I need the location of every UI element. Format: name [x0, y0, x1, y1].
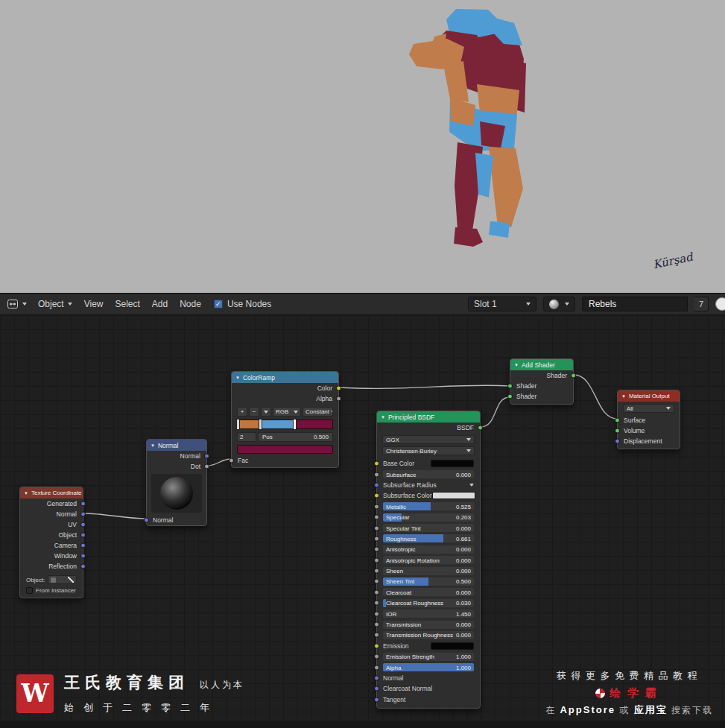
distribution-select[interactable]: GGX: [382, 435, 475, 444]
menu-item[interactable]: Select: [115, 299, 139, 309]
color-swatch[interactable]: [432, 492, 475, 499]
output-socket[interactable]: [80, 554, 86, 559]
link-addshader-output[interactable]: [574, 375, 617, 419]
menu-item[interactable]: Node: [180, 299, 201, 309]
value-slider[interactable]: Anisotropic 0.000: [383, 545, 474, 554]
target-select[interactable]: All: [623, 404, 674, 413]
output-socket[interactable]: [80, 501, 86, 507]
stop-index-field[interactable]: 2: [237, 432, 256, 442]
node-colorramp[interactable]: ▼ ColorRamp Color Alpha + −: [231, 371, 339, 468]
value-slider[interactable]: Anisotropic Rotation 0.000: [383, 556, 474, 564]
eyedropper-icon[interactable]: [68, 577, 74, 583]
add-stop-button[interactable]: +: [237, 407, 247, 417]
value-slider[interactable]: Transmission 0.000: [383, 621, 474, 629]
input-socket[interactable]: [507, 394, 513, 399]
node-header[interactable]: ▼ Add Shader: [510, 359, 573, 370]
ramp-stop-marker[interactable]: [259, 419, 262, 430]
value-slider[interactable]: Specular Tint 0.000: [383, 524, 474, 532]
value-slider[interactable]: Clearcoat Roughness 0.030: [383, 599, 474, 607]
remove-stop-button[interactable]: −: [249, 407, 259, 417]
input-socket[interactable]: [374, 633, 379, 638]
input-socket[interactable]: [374, 654, 379, 659]
colorramp-gradient[interactable]: [237, 420, 333, 429]
input-socket[interactable]: [374, 665, 379, 670]
input-socket[interactable]: [374, 643, 379, 648]
output-socket[interactable]: [204, 464, 209, 469]
input-socket[interactable]: [374, 493, 379, 498]
collapse-icon[interactable]: ▼: [381, 415, 385, 420]
menu-item[interactable]: View: [84, 299, 104, 309]
editor-type-button[interactable]: [4, 297, 29, 311]
subsurface-method-select[interactable]: Christensen-Burley: [382, 446, 475, 455]
input-socket[interactable]: [374, 482, 379, 487]
selected-stop-color-swatch[interactable]: [237, 445, 333, 454]
node-add-shader[interactable]: ▼ Add Shader Shader Shader Shader: [510, 358, 574, 405]
node-header[interactable]: ▼ Principled BSDF: [377, 411, 480, 422]
collapse-icon[interactable]: ▼: [24, 491, 28, 496]
input-socket[interactable]: [374, 622, 379, 627]
value-slider[interactable]: Emission Strength 1.000: [383, 653, 474, 661]
collapse-icon[interactable]: ▼: [151, 443, 155, 448]
normal-direction-widget[interactable]: [151, 474, 202, 513]
shader-node-editor[interactable]: ▼ Texture Coordinate Generated Normal: [0, 315, 725, 728]
input-socket[interactable]: [507, 384, 513, 389]
material-name-field[interactable]: Rebels: [582, 297, 688, 311]
color-swatch[interactable]: [431, 460, 474, 467]
viewport-3d[interactable]: Kürşad: [0, 0, 725, 293]
use-nodes-toggle[interactable]: ✓ Use Nodes: [214, 299, 271, 309]
link-normal-colorramp[interactable]: [207, 459, 231, 466]
input-socket[interactable]: [615, 439, 620, 444]
value-slider[interactable]: Roughness 0.661: [383, 534, 474, 542]
node-material-output[interactable]: ▼ Material Output All Surface Volume: [617, 390, 680, 449]
input-socket[interactable]: [144, 518, 149, 523]
input-socket[interactable]: [374, 504, 379, 509]
color-swatch[interactable]: [431, 642, 474, 650]
collapse-icon[interactable]: ▼: [514, 363, 519, 367]
input-socket[interactable]: [374, 589, 379, 595]
node-normal[interactable]: ▼ Normal Normal Dot: [146, 439, 207, 526]
output-socket[interactable]: [80, 564, 86, 569]
value-slider[interactable]: IOR 1.450: [383, 610, 474, 618]
link-principled-addshader[interactable]: [481, 397, 510, 427]
input-socket[interactable]: [374, 472, 379, 477]
input-socket[interactable]: [374, 547, 379, 552]
collapse-icon[interactable]: ▼: [621, 394, 626, 399]
value-slider[interactable]: Sheen 0.000: [383, 567, 474, 575]
input-socket[interactable]: [374, 461, 379, 466]
ramp-menu-button[interactable]: [261, 407, 271, 417]
value-slider[interactable]: Metallic 0.525: [383, 502, 474, 510]
input-socket[interactable]: [374, 569, 379, 574]
interpolation-select[interactable]: Constant: [303, 407, 333, 417]
input-socket[interactable]: [374, 676, 379, 681]
checkbox-checked-icon[interactable]: ✓: [214, 300, 223, 308]
node-texture-coordinate[interactable]: ▼ Texture Coordinate Generated Normal: [19, 487, 83, 598]
output-socket[interactable]: [336, 386, 341, 391]
value-slider[interactable]: Subsurface 0.000: [383, 470, 474, 478]
node-header[interactable]: ▼ Normal: [147, 440, 206, 451]
value-slider[interactable]: Alpha 1.000: [383, 663, 474, 671]
mode-select[interactable]: Object: [36, 297, 75, 311]
input-socket[interactable]: [374, 515, 379, 520]
input-socket[interactable]: [374, 579, 379, 584]
node-header[interactable]: ▼ Texture Coordinate: [20, 487, 83, 498]
ramp-stop-marker[interactable]: [293, 419, 297, 430]
output-socket[interactable]: [80, 543, 86, 548]
input-socket[interactable]: [615, 428, 620, 434]
input-socket[interactable]: [374, 601, 379, 606]
normal-sphere[interactable]: [160, 477, 193, 510]
slot-select[interactable]: Slot 1: [468, 297, 536, 311]
value-slider[interactable]: Transmission Roughness 0.000: [383, 631, 474, 639]
collapsed-vector-input[interactable]: Subsurface Radius: [383, 481, 474, 489]
link-colorramp-addshader[interactable]: [339, 385, 510, 388]
input-socket[interactable]: [374, 536, 379, 541]
output-socket[interactable]: [571, 373, 576, 379]
input-socket[interactable]: [374, 611, 379, 616]
collapse-icon[interactable]: ▼: [235, 376, 240, 380]
output-socket[interactable]: [336, 396, 341, 402]
input-socket[interactable]: [374, 557, 379, 563]
ramp-stop-marker[interactable]: [236, 419, 240, 430]
input-socket[interactable]: [229, 458, 234, 463]
color-mode-select[interactable]: RGB: [273, 407, 301, 417]
stop-position-field[interactable]: Pos 0.500: [258, 432, 333, 442]
output-socket[interactable]: [80, 512, 86, 517]
